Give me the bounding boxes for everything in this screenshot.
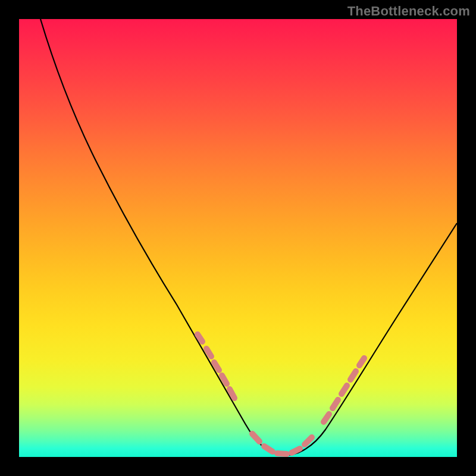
svg-line-9: [305, 437, 312, 444]
plot-area: [19, 19, 457, 457]
dotted-highlight-left: [198, 334, 234, 398]
svg-line-2: [214, 362, 219, 370]
svg-line-3: [222, 375, 227, 384]
svg-line-1: [206, 349, 211, 356]
svg-line-4: [230, 389, 234, 398]
svg-line-14: [359, 358, 364, 365]
svg-line-0: [198, 334, 202, 342]
chart-frame: TheBottleneck.com: [0, 0, 476, 476]
svg-line-11: [333, 400, 338, 408]
dotted-highlight-right: [324, 358, 364, 422]
svg-line-10: [324, 414, 329, 422]
watermark-text: TheBottleneck.com: [347, 4, 470, 19]
svg-line-8: [292, 449, 300, 453]
bottleneck-curve: [40, 19, 457, 455]
svg-line-7: [277, 453, 287, 454]
curve-layer: [19, 19, 457, 457]
svg-line-5: [252, 434, 259, 441]
svg-line-13: [350, 371, 356, 380]
svg-line-6: [264, 446, 273, 452]
svg-line-12: [342, 386, 347, 394]
